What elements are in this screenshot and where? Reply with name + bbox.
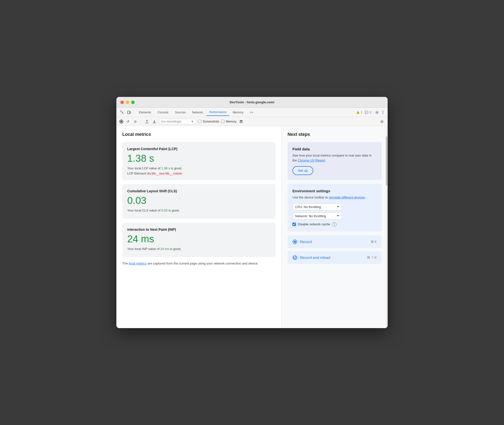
recordings-value: (no recordings) bbox=[161, 120, 181, 123]
record-reload-icon bbox=[292, 255, 297, 260]
record-reload-action-card[interactable]: Record and reload ⌘ ⇧ E bbox=[288, 251, 382, 264]
settings-icon[interactable] bbox=[374, 110, 380, 115]
screenshots-label: Screenshots bbox=[203, 120, 219, 123]
svg-point-6 bbox=[383, 113, 383, 114]
record-inner-dot bbox=[120, 121, 122, 123]
tab-console[interactable]: Console bbox=[155, 109, 171, 116]
scrollbar-thumb[interactable] bbox=[386, 136, 387, 186]
devtools-window: DevTools - fonts.google.com/ Elements Co… bbox=[116, 97, 388, 328]
tab-more[interactable]: >> bbox=[247, 109, 256, 116]
cache-help-icon[interactable]: ? bbox=[332, 222, 337, 227]
svg-rect-0 bbox=[120, 111, 122, 112]
performance-settings-icon[interactable] bbox=[379, 119, 385, 124]
inp-value: 24 ms bbox=[127, 233, 270, 245]
record-button[interactable] bbox=[119, 120, 123, 124]
info-count: 2 bbox=[369, 111, 371, 114]
svg-rect-11 bbox=[240, 120, 242, 121]
secondary-toolbar: ↺ ⊘ (no recordings) ▼ Screenshots Memory bbox=[116, 117, 388, 126]
titlebar: DevTools - fonts.google.com/ bbox=[116, 97, 388, 108]
warning-icon: ⚠️ bbox=[356, 111, 360, 114]
env-desc-suffix: . bbox=[365, 195, 366, 199]
warning-badge[interactable]: ⚠️ 1 bbox=[356, 111, 362, 114]
tab-nav: Elements Console Sources Network Perform… bbox=[136, 109, 256, 116]
maximize-button[interactable] bbox=[131, 101, 135, 104]
cache-row: Disable network cache ? bbox=[292, 222, 377, 227]
traffic-lights bbox=[120, 101, 135, 104]
toolbar-separator-2 bbox=[373, 110, 373, 115]
setup-button[interactable]: Set up bbox=[292, 166, 313, 175]
lcp-element: LCP Element div.tile__text.tile__roboto bbox=[127, 172, 270, 175]
cls-desc-value: 0.03 bbox=[161, 209, 167, 212]
warning-count: 1 bbox=[361, 111, 362, 114]
main-content: Local metrics Largest Contentful Paint (… bbox=[116, 126, 388, 328]
reload-icon[interactable]: ↺ bbox=[125, 119, 131, 124]
close-button[interactable] bbox=[120, 101, 124, 104]
svg-point-5 bbox=[383, 112, 383, 113]
svg-rect-2 bbox=[130, 112, 131, 113]
screenshots-checkbox-label[interactable]: Screenshots bbox=[198, 120, 219, 123]
local-metrics-link[interactable]: local metrics bbox=[129, 262, 146, 265]
lcp-desc-value: 1.38 s bbox=[161, 166, 170, 170]
memory-checkbox-label[interactable]: Memory bbox=[221, 120, 236, 123]
env-settings-card: Environment settings Use the device tool… bbox=[288, 184, 382, 231]
element-picker-icon[interactable] bbox=[119, 110, 125, 115]
lcp-desc-suffix: is good. bbox=[170, 166, 182, 170]
devtools-icons bbox=[118, 110, 133, 115]
network-select[interactable]: Network: No throttling Network: Fast 3G … bbox=[292, 212, 342, 220]
inp-desc-value: 24 ms bbox=[160, 247, 169, 251]
cache-checkbox[interactable] bbox=[292, 223, 296, 226]
svg-rect-8 bbox=[240, 121, 240, 123]
memory-checkbox[interactable] bbox=[221, 120, 224, 123]
inp-card: Interaction to Next Paint (INP) 24 ms Yo… bbox=[122, 223, 275, 257]
tab-performance[interactable]: Performance bbox=[206, 109, 229, 116]
svg-point-15 bbox=[293, 256, 297, 260]
device-toolbar-icon[interactable] bbox=[126, 110, 132, 115]
window-title: DevTools - fonts.google.com/ bbox=[230, 100, 274, 104]
env-settings-desc: Use the device toolbar to simulate diffe… bbox=[292, 195, 377, 200]
lcp-desc: Your local LCP value of 1.38 s is good. bbox=[127, 166, 270, 170]
clear-icon[interactable]: ⊘ bbox=[133, 119, 138, 124]
lcp-title: Largest Contentful Paint (LCP) bbox=[127, 147, 270, 151]
chrome-ux-report-link[interactable]: Chrome UX Report bbox=[298, 159, 325, 162]
svg-rect-9 bbox=[241, 121, 241, 123]
lcp-value: 1.38 s bbox=[127, 153, 270, 164]
memory-label: Memory bbox=[226, 120, 236, 123]
inp-desc-suffix: is good. bbox=[169, 247, 181, 251]
cpu-select[interactable]: CPU: No throttling CPU: 4x slowdown CPU:… bbox=[292, 203, 342, 211]
upload-icon[interactable] bbox=[144, 119, 150, 124]
inp-desc: Your local INP value of 24 ms is good. bbox=[127, 247, 270, 251]
screenshots-checkbox[interactable] bbox=[198, 120, 201, 123]
env-settings-title: Environment settings bbox=[292, 189, 377, 193]
next-steps-title: Next steps bbox=[288, 132, 382, 137]
note-suffix: are captured from the current page using… bbox=[146, 262, 258, 265]
recordings-dropdown[interactable]: (no recordings) ▼ bbox=[159, 119, 196, 124]
network-select-row: Network: No throttling Network: Fast 3G … bbox=[292, 212, 377, 220]
toolbar-separator-1 bbox=[134, 110, 134, 115]
scrollbar-track bbox=[386, 126, 388, 328]
cls-card: Cumulative Layout Shift (CLS) 0.03 Your … bbox=[122, 184, 275, 219]
cleanup-icon[interactable] bbox=[238, 119, 244, 124]
more-options-icon[interactable] bbox=[380, 110, 386, 115]
record-shortcut: ⌘ E bbox=[371, 240, 377, 244]
info-badge[interactable]: 💬 2 bbox=[365, 111, 371, 114]
svg-rect-10 bbox=[242, 121, 242, 123]
svg-rect-7 bbox=[240, 121, 243, 121]
svg-point-14 bbox=[294, 241, 296, 243]
cache-label: Disable network cache bbox=[298, 222, 330, 226]
tab-elements[interactable]: Elements bbox=[136, 109, 154, 116]
svg-point-4 bbox=[383, 111, 383, 111]
note-prefix: The bbox=[122, 262, 129, 265]
dropdown-arrow-icon: ▼ bbox=[191, 120, 194, 123]
cls-desc-suffix: is good. bbox=[168, 209, 180, 212]
lcp-element-link[interactable]: div.tile__text.tile__roboto bbox=[147, 172, 182, 175]
tab-sources[interactable]: Sources bbox=[172, 109, 189, 116]
cls-value: 0.03 bbox=[127, 195, 270, 206]
field-data-card: Field data See how your local metrics co… bbox=[288, 142, 382, 180]
record-action-card[interactable]: Record ⌘ E bbox=[288, 235, 382, 248]
minimize-button[interactable] bbox=[126, 101, 129, 104]
simulate-devices-link[interactable]: simulate different devices bbox=[329, 195, 365, 199]
tab-memory[interactable]: Memory bbox=[230, 109, 246, 116]
tab-network[interactable]: Network bbox=[189, 109, 206, 116]
download-icon[interactable] bbox=[152, 119, 157, 124]
svg-point-3 bbox=[377, 112, 378, 113]
